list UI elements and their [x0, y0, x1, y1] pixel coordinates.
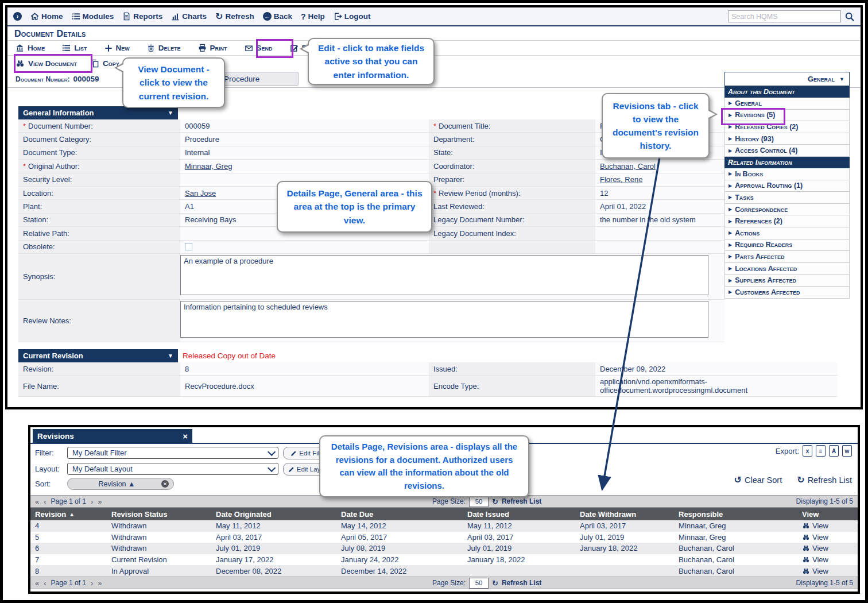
- sidebar-item-customers-affected[interactable]: ▶Customers Affected: [724, 287, 850, 299]
- nav-logout[interactable]: Logout: [334, 12, 371, 21]
- search-input[interactable]: [728, 10, 841, 22]
- page-title-row: Document Details: [7, 28, 861, 41]
- export-csv-icon[interactable]: ≡: [816, 445, 826, 457]
- view-revision-link[interactable]: View: [797, 521, 858, 530]
- table-cell: In Approval: [107, 567, 211, 575]
- last-page-button[interactable]: »: [98, 579, 102, 587]
- view-revision-link[interactable]: View: [797, 544, 858, 552]
- nav-charts[interactable]: Charts: [171, 12, 207, 21]
- field-value-link[interactable]: Buchanan, Carol: [600, 162, 656, 171]
- column-header-date-due[interactable]: Date Due: [336, 510, 463, 519]
- nav-home-label: Home: [41, 12, 63, 21]
- prev-page-button[interactable]: ‹: [44, 579, 46, 587]
- refresh-list-button[interactable]: Refresh List: [502, 579, 541, 587]
- binoculars-icon: [802, 534, 810, 541]
- sidebar-item-suppliers-affected[interactable]: ▶Suppliers Affected: [724, 275, 850, 287]
- layout-select[interactable]: My Default Layout: [67, 463, 278, 475]
- view-document-button[interactable]: View Document: [16, 59, 77, 68]
- nav-refresh[interactable]: ↻ Refresh: [215, 12, 254, 21]
- toolbar-list-button[interactable]: List: [62, 44, 87, 52]
- sidebar-item-general[interactable]: ▶General: [724, 98, 850, 110]
- sidebar-item-revisions-5[interactable]: ▶Revisions (5): [724, 110, 850, 122]
- column-header-date-issued[interactable]: Date Issued: [463, 510, 575, 519]
- filter-select[interactable]: My Default Filter: [67, 447, 278, 459]
- nav-help[interactable]: ? Help: [301, 12, 325, 21]
- column-header-label: Revision: [35, 510, 66, 519]
- last-page-button[interactable]: »: [98, 497, 102, 506]
- table-row: 5WithdrawnApril 03, 2017April 05, 2017Ap…: [30, 532, 858, 543]
- sidebar-item-in-books[interactable]: ▶In Books: [724, 168, 850, 180]
- next-page-button[interactable]: ›: [91, 497, 93, 506]
- column-header-responsible[interactable]: Responsible: [674, 510, 797, 519]
- close-icon[interactable]: ×: [183, 431, 188, 441]
- sidebar-item-correspondence[interactable]: ▶Correspondence: [724, 204, 850, 216]
- column-header-revision[interactable]: Revision▲: [30, 510, 107, 519]
- field-label-text: Security Level:: [23, 175, 72, 184]
- toolbar-new-button[interactable]: New: [104, 44, 130, 52]
- page-size-input[interactable]: [469, 578, 489, 589]
- page-size-input[interactable]: [469, 496, 489, 507]
- field-label: Legacy Document Index:: [429, 227, 595, 239]
- obsolete-checkbox[interactable]: [185, 243, 192, 250]
- column-header-label: Date Originated: [216, 510, 272, 519]
- sidebar-item-references-2[interactable]: ▶References (2): [724, 215, 850, 227]
- first-page-button[interactable]: «: [35, 497, 39, 506]
- sidebar-item-history-93[interactable]: ▶History (93): [724, 133, 850, 145]
- export-pdf-icon[interactable]: A: [829, 445, 839, 457]
- sidebar-item-approval-routing-1[interactable]: ▶Approval Routing (1): [724, 180, 850, 192]
- sidebar-item-access-control-4[interactable]: ▶Access Control (4): [724, 145, 850, 157]
- first-page-button[interactable]: «: [35, 579, 39, 587]
- toolbar-print-button[interactable]: Print: [198, 44, 227, 52]
- view-revision-link[interactable]: View: [797, 555, 858, 564]
- nav-home[interactable]: Home: [30, 12, 63, 21]
- column-header-revision-status[interactable]: Revision Status: [107, 510, 211, 519]
- field-textarea[interactable]: Information pertaining to scheduled revi…: [180, 301, 708, 338]
- callout-view-document: View Document - click to view the curren…: [122, 57, 225, 108]
- view-revision-link[interactable]: View: [797, 567, 858, 575]
- field-label-text: Encode Type:: [433, 382, 479, 391]
- field-label: Security Level:: [18, 173, 180, 186]
- refresh-list-button[interactable]: ↻ Refresh List: [797, 476, 852, 485]
- sidebar-item-tasks[interactable]: ▶Tasks: [724, 192, 850, 204]
- view-revision-link[interactable]: View: [797, 533, 858, 542]
- nav-modules[interactable]: Modules: [72, 12, 114, 21]
- column-header-date-originated[interactable]: Date Originated: [211, 510, 336, 519]
- sidebar-view-dropdown[interactable]: General ▼: [724, 72, 850, 86]
- remove-sort-icon[interactable]: ✕: [161, 480, 169, 488]
- current-revision-header[interactable]: Current Revision ▼: [18, 349, 178, 362]
- field-value-link[interactable]: Minnaar, Greg: [185, 162, 232, 171]
- revisions-tab[interactable]: Revisions ×: [33, 429, 192, 443]
- toolbar-send-button[interactable]: Send: [245, 44, 273, 52]
- next-page-button[interactable]: ›: [91, 579, 93, 587]
- chevron-down-icon: [268, 463, 276, 471]
- field-value-link[interactable]: Flores, Rene: [600, 175, 642, 184]
- nav-back[interactable]: ← Back: [263, 12, 292, 21]
- nav-reports[interactable]: Reports: [122, 12, 162, 21]
- column-header-view[interactable]: View: [797, 510, 858, 519]
- field-value-link[interactable]: San Jose: [185, 189, 216, 198]
- toolbar-home-label: Home: [28, 44, 45, 52]
- sidebar-item-parts-affected[interactable]: ▶Parts Affected: [724, 251, 850, 263]
- sidebar-item-label: General: [735, 99, 762, 107]
- clear-sort-button[interactable]: ↺ Clear Sort: [734, 476, 782, 485]
- field-value: application/vnd.openxmlformats-officedoc…: [595, 376, 838, 396]
- sidebar-dropdown-label: General: [808, 75, 835, 83]
- sort-pill[interactable]: Revision ▲ ✕: [67, 478, 174, 490]
- search-icon[interactable]: [844, 11, 855, 22]
- sidebar-item-locations-affected[interactable]: ▶Locations Affected: [724, 263, 850, 275]
- field-textarea[interactable]: An example of a procedure: [180, 255, 708, 295]
- column-header-label: View: [802, 510, 819, 519]
- refresh-list-button[interactable]: Refresh List: [502, 497, 541, 505]
- toolbar-home-button[interactable]: Home: [16, 44, 45, 52]
- sidebar-item-required-readers[interactable]: ▶Required Readers: [724, 239, 850, 252]
- expand-menu-icon[interactable]: ›: [13, 12, 22, 21]
- general-information-header[interactable]: General Information ▼: [18, 106, 178, 119]
- sidebar-item-released-copies-2[interactable]: ▶Released Copies (2): [724, 121, 850, 133]
- sidebar-item-actions[interactable]: ▶Actions: [724, 227, 850, 239]
- toolbar-delete-button[interactable]: Delete: [147, 44, 181, 52]
- prev-page-button[interactable]: ‹: [44, 497, 46, 506]
- export-word-icon[interactable]: w: [842, 445, 852, 457]
- export-excel-icon[interactable]: x: [803, 445, 812, 457]
- chevron-right-icon: ▶: [728, 289, 732, 295]
- column-header-date-withdrawn[interactable]: Date Withdrawn: [575, 510, 674, 519]
